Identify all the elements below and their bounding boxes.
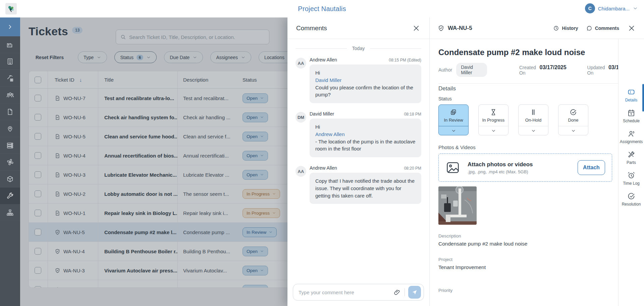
date-divider: Today: [296, 46, 421, 51]
sidebar-item-inventory[interactable]: [0, 171, 20, 187]
work-order-icon: [55, 115, 60, 120]
tab-schedule[interactable]: Schedule: [619, 108, 644, 124]
chevron-down-icon: [241, 55, 246, 60]
status-dropdown[interactable]: Open: [243, 93, 268, 103]
tickets-count-badge: 13: [72, 27, 83, 34]
sidebar-item-building[interactable]: [0, 53, 20, 70]
status-dropdown[interactable]: Open: [243, 132, 268, 141]
tab-resolution[interactable]: Resolution: [619, 191, 644, 207]
status-dropdown[interactable]: Open: [243, 285, 268, 288]
author-chip: David Miller: [456, 63, 487, 77]
sidebar-item-hvac[interactable]: [0, 154, 20, 171]
sidebar-expand-button[interactable]: [0, 17, 20, 36]
chevron-down-icon: [260, 134, 264, 138]
sidebar-item-locations[interactable]: [0, 120, 20, 137]
sort-desc-icon[interactable]: ↓: [79, 77, 82, 83]
status-card-done[interactable]: Done: [558, 104, 588, 135]
status-card-in-progress[interactable]: In Progress: [478, 104, 508, 135]
avatar: C: [585, 3, 595, 13]
chat-bubble-icon: [586, 25, 592, 31]
status-dropdown[interactable]: Open: [243, 266, 268, 275]
work-order-icon: [55, 210, 60, 216]
comment-message: AA Andrew Allen 08:15 PM (Edited) Hi Dav…: [296, 57, 421, 103]
tab-parts[interactable]: Parts: [619, 150, 644, 166]
comments-button[interactable]: Comments: [586, 25, 619, 31]
comment-message: AA Andrew Allen 08:20 PM Copy that! I ha…: [296, 165, 421, 204]
close-comments-button[interactable]: [412, 24, 421, 33]
chevron-down-icon: [97, 55, 101, 60]
row-checkbox[interactable]: [35, 114, 41, 121]
panel-scrollbar-thumb[interactable]: [642, 84, 644, 112]
created-date: 03/17/2025: [540, 64, 567, 71]
send-comment-button[interactable]: [408, 286, 421, 299]
close-icon: [413, 25, 420, 32]
wrench-icon: [6, 192, 14, 200]
work-order-icon: [55, 134, 60, 139]
status-dropdown[interactable]: In Progress: [243, 189, 280, 199]
select-all-checkbox[interactable]: [35, 77, 41, 83]
status-dropdown[interactable]: In Progress: [243, 208, 280, 218]
avatar: AA: [296, 58, 306, 69]
row-checkbox[interactable]: [35, 248, 41, 255]
tab-assignments[interactable]: Assignments: [619, 129, 644, 145]
close-details-button[interactable]: [627, 24, 636, 33]
filter-assignees[interactable]: Assignees: [210, 51, 251, 63]
app-header: Project Nautalis C Chidambara...: [0, 0, 644, 17]
photo-thumbnail[interactable]: [438, 186, 477, 225]
filter-status[interactable]: Status6: [114, 51, 157, 63]
tab-time-log[interactable]: Time Log: [619, 171, 644, 186]
attach-file-button[interactable]: [393, 288, 401, 296]
row-checkbox[interactable]: [35, 171, 41, 178]
check-circle-icon: [570, 108, 577, 116]
status-dropdown[interactable]: Open: [243, 151, 268, 161]
row-checkbox[interactable]: [35, 267, 41, 274]
sidebar-item-assets[interactable]: [0, 137, 20, 154]
comment-author: Andrew Allen: [310, 57, 337, 62]
row-checkbox[interactable]: [35, 152, 41, 159]
attach-dropzone[interactable]: Attach photos or videos .jpg, .png, .mp4…: [438, 154, 612, 182]
filters-row: Reset Filters Type Status6 Due Date Assi…: [36, 51, 305, 63]
history-button[interactable]: History: [553, 25, 578, 31]
chevron-down-icon: [269, 230, 273, 234]
status-dropdown[interactable]: Open: [243, 247, 268, 256]
sidebar-item-documents[interactable]: [0, 103, 20, 120]
status-dropdown[interactable]: In Review: [243, 227, 277, 237]
mention-link[interactable]: David Miller: [315, 77, 341, 84]
status-card-in-review[interactable]: In Review: [438, 104, 469, 135]
fan-icon: [6, 158, 14, 166]
tab-details[interactable]: Details: [619, 87, 644, 103]
filter-due-date[interactable]: Due Date: [164, 51, 203, 63]
ticket-details-panel: WA-NU-5 History Comments Condensate pump…: [429, 17, 644, 306]
filter-type[interactable]: Type: [78, 51, 107, 63]
mention-link[interactable]: Andrew Allen: [315, 131, 345, 138]
chevron-down-icon: [260, 288, 264, 288]
user-menu[interactable]: C Chidambara...: [585, 3, 638, 13]
sidebar-item-hierarchy[interactable]: [0, 204, 20, 221]
row-checkbox[interactable]: [35, 286, 41, 288]
row-checkbox[interactable]: [35, 190, 41, 197]
status-filter-count: 6: [137, 55, 143, 60]
row-checkbox[interactable]: [35, 229, 41, 235]
search-input[interactable]: [129, 34, 265, 40]
factory-icon: [6, 41, 14, 48]
comment-time: 08:18 PM: [404, 112, 421, 117]
status-dropdown[interactable]: Open: [243, 170, 268, 180]
sidebar-item-teams[interactable]: [0, 87, 20, 103]
comment-input[interactable]: [299, 290, 393, 295]
row-checkbox[interactable]: [35, 210, 41, 216]
status-card-on-hold[interactable]: On-Hold: [518, 104, 548, 135]
row-checkbox[interactable]: [35, 133, 41, 140]
chevron-down-icon: [146, 55, 151, 60]
send-icon: [412, 289, 418, 295]
sidebar-item-jobs[interactable]: [0, 70, 20, 87]
sidebar-item-factory[interactable]: [0, 36, 20, 53]
row-checkbox[interactable]: [35, 95, 41, 101]
ticket-search[interactable]: [116, 30, 269, 44]
chevron-down-icon: [260, 96, 264, 100]
attach-button[interactable]: Attach: [578, 160, 605, 175]
left-nav-rail: [0, 17, 20, 306]
reset-filters-button[interactable]: Reset Filters: [36, 55, 64, 60]
status-dropdown[interactable]: Open: [243, 113, 268, 122]
sidebar-item-work-orders[interactable]: [0, 187, 20, 204]
comment-time: 08:15 PM (Edited): [389, 58, 421, 62]
